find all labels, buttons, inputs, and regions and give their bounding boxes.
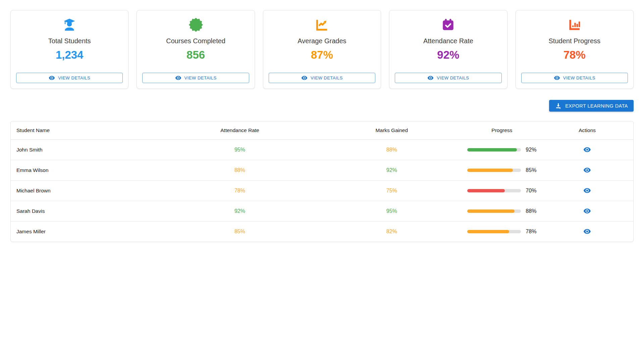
progress-bar-track <box>467 230 521 233</box>
column-header-actions: Actions <box>541 121 633 139</box>
card-title: Attendance Rate <box>423 37 473 45</box>
student-name: Sarah Davis <box>11 201 159 221</box>
student-name: Emma Wilson <box>11 160 159 180</box>
column-header-student-name: Student Name <box>11 121 159 139</box>
table-row: Sarah Davis 92% 95% 88% <box>11 201 633 221</box>
marks-value: 95% <box>321 201 463 221</box>
eye-icon <box>583 187 591 194</box>
view-student-button[interactable] <box>582 165 592 175</box>
card-courses-completed: Courses Completed 856 VIEW DETAILS <box>137 10 255 89</box>
progress-label: 70% <box>526 188 536 194</box>
progress-bar-track <box>467 169 521 172</box>
card-value: 1,234 <box>56 49 84 61</box>
marks-value: 88% <box>321 139 463 160</box>
eye-icon <box>49 75 55 81</box>
card-average-grades: Average Grades 87% VIEW DETAILS <box>263 10 381 89</box>
column-header-progress: Progress <box>463 121 541 139</box>
card-value: 92% <box>437 49 459 61</box>
view-student-button[interactable] <box>582 226 592 237</box>
export-button-label: EXPORT LEARNING DATA <box>565 103 628 109</box>
bar-chart-icon <box>568 18 582 32</box>
view-details-label: VIEW DETAILS <box>563 75 595 80</box>
progress-cell: 88% <box>463 208 541 214</box>
progress-bar-fill <box>467 148 517 152</box>
card-value: 856 <box>186 49 205 61</box>
student-name: Michael Brown <box>11 180 159 201</box>
card-title: Average Grades <box>298 37 346 45</box>
eye-icon <box>583 146 591 154</box>
eye-icon <box>583 166 591 174</box>
export-row: EXPORT LEARNING DATA <box>10 100 634 112</box>
progress-bar-fill <box>467 169 513 172</box>
progress-label: 88% <box>526 208 536 214</box>
eye-icon <box>583 228 591 235</box>
card-student-progress: Student Progress 78% VIEW DETAILS <box>516 10 634 89</box>
student-name: John Smith <box>11 139 159 160</box>
progress-bar-fill <box>467 189 505 192</box>
seal-badge-icon <box>189 18 203 32</box>
card-title: Total Students <box>48 37 91 45</box>
student-name: James Miller <box>11 221 159 242</box>
download-icon <box>555 102 562 109</box>
dashboard-page: Total Students 1,234 VIEW DETAILS Course… <box>0 0 644 242</box>
view-details-label: VIEW DETAILS <box>58 75 90 80</box>
table-header-row: Student Name Attendance Rate Marks Gaine… <box>11 121 633 139</box>
view-details-button[interactable]: VIEW DETAILS <box>16 73 123 83</box>
eye-icon <box>583 207 591 215</box>
view-student-button[interactable] <box>582 206 592 216</box>
progress-bar-fill <box>467 230 509 233</box>
eye-icon <box>301 75 308 81</box>
marks-value: 92% <box>321 160 463 180</box>
students-table: Student Name Attendance Rate Marks Gaine… <box>10 121 634 242</box>
table-row: John Smith 95% 88% 92% <box>11 139 633 160</box>
progress-bar-track <box>467 189 521 192</box>
attendance-value: 92% <box>159 201 321 221</box>
marks-value: 82% <box>321 221 463 242</box>
export-learning-data-button[interactable]: EXPORT LEARNING DATA <box>549 100 634 112</box>
table-row: James Miller 85% 82% 78% <box>11 221 633 242</box>
progress-cell: 92% <box>463 147 541 153</box>
card-title: Courses Completed <box>166 37 225 45</box>
eye-icon <box>554 75 560 81</box>
progress-bar-track <box>467 209 521 213</box>
progress-label: 85% <box>526 167 536 173</box>
progress-cell: 85% <box>463 167 541 173</box>
graduation-cap-icon <box>62 18 76 32</box>
table-row: Michael Brown 78% 75% 70% <box>11 180 633 201</box>
attendance-value: 88% <box>159 160 321 180</box>
card-attendance-rate: Attendance Rate 92% VIEW DETAILS <box>389 10 507 89</box>
column-header-marks-gained: Marks Gained <box>321 121 463 139</box>
column-header-attendance-rate: Attendance Rate <box>159 121 321 139</box>
view-details-label: VIEW DETAILS <box>311 75 343 80</box>
marks-value: 75% <box>321 180 463 201</box>
calendar-check-icon <box>441 18 455 32</box>
progress-label: 92% <box>526 147 536 153</box>
stat-cards: Total Students 1,234 VIEW DETAILS Course… <box>10 10 634 89</box>
attendance-value: 85% <box>159 221 321 242</box>
view-student-button[interactable] <box>582 144 592 155</box>
progress-bar-fill <box>467 209 515 213</box>
card-title: Student Progress <box>549 37 601 45</box>
line-chart-icon <box>315 18 329 32</box>
view-details-label: VIEW DETAILS <box>437 75 469 80</box>
progress-cell: 70% <box>463 188 541 194</box>
view-details-button[interactable]: VIEW DETAILS <box>142 73 249 83</box>
eye-icon <box>427 75 434 81</box>
attendance-value: 95% <box>159 139 321 160</box>
view-details-button[interactable]: VIEW DETAILS <box>269 73 375 83</box>
view-details-button[interactable]: VIEW DETAILS <box>395 73 501 83</box>
attendance-value: 78% <box>159 180 321 201</box>
card-value: 87% <box>311 49 333 61</box>
view-details-button[interactable]: VIEW DETAILS <box>521 73 628 83</box>
table-row: Emma Wilson 88% 92% 85% <box>11 160 633 180</box>
view-student-button[interactable] <box>582 185 592 196</box>
card-total-students: Total Students 1,234 VIEW DETAILS <box>10 10 128 89</box>
card-value: 78% <box>564 49 586 61</box>
progress-label: 78% <box>526 229 536 235</box>
progress-bar-track <box>467 148 521 152</box>
view-details-label: VIEW DETAILS <box>184 75 217 80</box>
eye-icon <box>175 75 181 81</box>
progress-cell: 78% <box>463 229 541 235</box>
